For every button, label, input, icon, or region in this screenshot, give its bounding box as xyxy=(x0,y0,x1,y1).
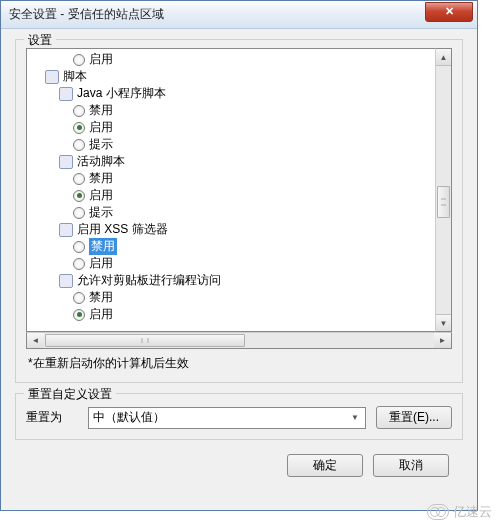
tree-row: 启用 xyxy=(31,187,435,204)
radio-icon[interactable] xyxy=(73,173,85,185)
dialog-content: 设置 启用 脚本 Java 小程序脚本 禁用 启用 提示 活动脚本 禁用 启用 … xyxy=(1,29,477,487)
option-label: 禁用 xyxy=(89,102,113,119)
scroll-thumb[interactable] xyxy=(437,186,450,218)
tree-row: 启用 xyxy=(31,306,435,323)
close-icon: ✕ xyxy=(445,5,454,18)
category-icon xyxy=(59,87,73,101)
scroll-track[interactable] xyxy=(44,333,434,348)
reset-group-title: 重置自定义设置 xyxy=(24,386,116,403)
category-icon xyxy=(45,70,59,84)
category-icon xyxy=(59,274,73,288)
tree-row: 提示 xyxy=(31,204,435,221)
close-button[interactable]: ✕ xyxy=(425,2,473,22)
radio-icon-selected[interactable] xyxy=(73,122,85,134)
security-settings-dialog: 安全设置 - 受信任的站点区域 ✕ 设置 启用 脚本 Java 小程序脚本 禁用… xyxy=(0,0,478,511)
radio-icon[interactable] xyxy=(73,258,85,270)
option-label: 禁用 xyxy=(89,289,113,306)
watermark-logo-icon xyxy=(427,504,449,520)
scroll-down-button[interactable]: ▼ xyxy=(436,314,451,331)
settings-tree-wrap: 启用 脚本 Java 小程序脚本 禁用 启用 提示 活动脚本 禁用 启用 提示 … xyxy=(26,48,452,332)
category-icon xyxy=(59,155,73,169)
tree-category: 活动脚本 xyxy=(31,153,435,170)
combo-value: 中（默认值） xyxy=(93,409,165,426)
tree-row: 禁用 xyxy=(31,238,435,255)
radio-icon-selected[interactable] xyxy=(73,190,85,202)
restart-note: *在重新启动你的计算机后生效 xyxy=(28,355,450,372)
tree-category: 允许对剪贴板进行编程访问 xyxy=(31,272,435,289)
option-label: 启用 xyxy=(89,306,113,323)
settings-group-title: 设置 xyxy=(24,32,56,49)
radio-icon[interactable] xyxy=(73,292,85,304)
radio-icon[interactable] xyxy=(73,105,85,117)
watermark: 亿速云 xyxy=(427,503,492,521)
option-label: 启用 xyxy=(89,187,113,204)
titlebar[interactable]: 安全设置 - 受信任的站点区域 ✕ xyxy=(1,1,477,29)
chevron-down-icon: ▼ xyxy=(347,410,363,426)
tree-category: 脚本 xyxy=(31,68,435,85)
category-label: Java 小程序脚本 xyxy=(77,85,166,102)
dialog-actions: 确定 取消 xyxy=(15,450,463,477)
scroll-right-button[interactable]: ► xyxy=(434,333,451,348)
watermark-text: 亿速云 xyxy=(453,503,492,521)
radio-icon[interactable] xyxy=(73,207,85,219)
scroll-up-button[interactable]: ▲ xyxy=(436,49,451,66)
reset-button[interactable]: 重置(E)... xyxy=(376,406,452,429)
vertical-scrollbar[interactable]: ▲ ▼ xyxy=(435,48,452,332)
option-label: 启用 xyxy=(89,119,113,136)
option-label: 提示 xyxy=(89,136,113,153)
tree-category: Java 小程序脚本 xyxy=(31,85,435,102)
tree-row: 禁用 xyxy=(31,289,435,306)
radio-icon[interactable] xyxy=(73,54,85,66)
scroll-thumb[interactable] xyxy=(45,334,245,347)
window-title: 安全设置 - 受信任的站点区域 xyxy=(9,6,425,23)
tree-row: 禁用 xyxy=(31,170,435,187)
category-icon xyxy=(59,223,73,237)
option-label: 启用 xyxy=(89,51,113,68)
category-label: 启用 XSS 筛选器 xyxy=(77,221,168,238)
settings-tree[interactable]: 启用 脚本 Java 小程序脚本 禁用 启用 提示 活动脚本 禁用 启用 提示 … xyxy=(26,48,435,332)
category-label: 活动脚本 xyxy=(77,153,125,170)
settings-group: 设置 启用 脚本 Java 小程序脚本 禁用 启用 提示 活动脚本 禁用 启用 … xyxy=(15,39,463,383)
ok-button[interactable]: 确定 xyxy=(287,454,363,477)
tree-row: 启用 xyxy=(31,255,435,272)
option-label: 禁用 xyxy=(89,170,113,187)
tree-row: 启用 xyxy=(31,119,435,136)
category-label: 允许对剪贴板进行编程访问 xyxy=(77,272,221,289)
tree-row: 启用 xyxy=(31,51,435,68)
radio-icon[interactable] xyxy=(73,241,85,253)
scroll-track[interactable] xyxy=(436,66,451,314)
reset-group: 重置自定义设置 重置为 中（默认值） ▼ 重置(E)... xyxy=(15,393,463,440)
reset-row: 重置为 中（默认值） ▼ 重置(E)... xyxy=(26,406,452,429)
tree-category: 启用 XSS 筛选器 xyxy=(31,221,435,238)
radio-icon-selected[interactable] xyxy=(73,309,85,321)
option-label: 启用 xyxy=(89,255,113,272)
tree-row: 禁用 xyxy=(31,102,435,119)
radio-icon[interactable] xyxy=(73,139,85,151)
reset-level-combo[interactable]: 中（默认值） ▼ xyxy=(88,407,366,429)
category-label: 脚本 xyxy=(63,68,87,85)
reset-label: 重置为 xyxy=(26,409,78,426)
scroll-left-button[interactable]: ◄ xyxy=(27,333,44,348)
option-label-highlighted: 禁用 xyxy=(89,238,117,255)
option-label: 提示 xyxy=(89,204,113,221)
tree-row: 提示 xyxy=(31,136,435,153)
horizontal-scrollbar[interactable]: ◄ ► xyxy=(26,332,452,349)
cancel-button[interactable]: 取消 xyxy=(373,454,449,477)
